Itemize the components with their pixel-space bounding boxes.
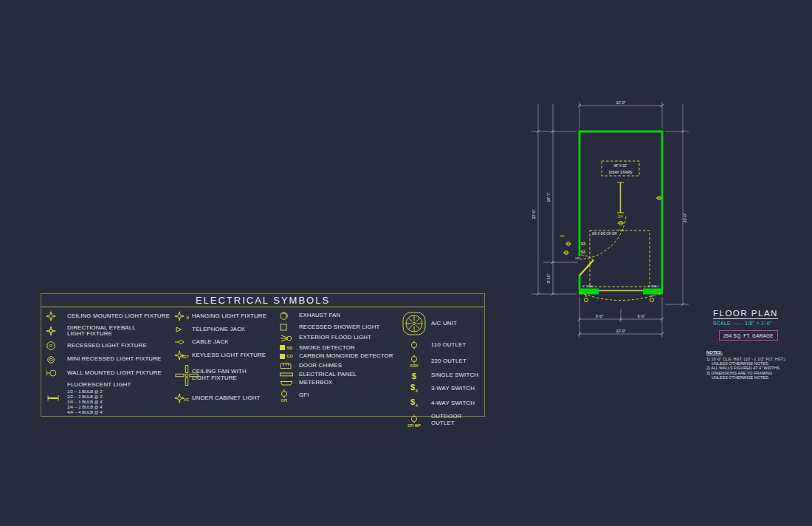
legend-item-label: UNDER CABINET LIGHT <box>192 395 260 402</box>
legend-item: 110 OUTLET <box>398 340 484 350</box>
legend-item: $33-WAY SWITCH <box>398 383 484 394</box>
electrical-panel-icon <box>275 372 298 378</box>
legend-item: ELECTRICAL PANEL <box>275 372 398 378</box>
note-line: UNLESS OTHERWISE NOTED. <box>706 375 812 380</box>
front-left-outlet-symbol <box>584 298 588 301</box>
floor-plan-scale: SCALE: ----- 1/8" = 1'-0" <box>713 321 772 326</box>
wall-label-left: 6" WALL <box>582 284 594 288</box>
legend-item: UCUNDER CABINET LIGHT <box>171 393 275 403</box>
cable-jack-icon <box>171 338 191 346</box>
legend-item-label: DIRECTIONAL EYEBALLLIGHT FIXTURE <box>67 325 136 338</box>
plan-symbols <box>564 196 661 301</box>
switch-symbol-1: $3 <box>581 242 585 246</box>
keyless-light-icon: KEY <box>171 350 191 361</box>
dimension-labels: 12'-0" 22'-0" 16'-7" 3'-10" 23'-0" 6'-0"… <box>531 100 687 333</box>
legend-col-1: CEILING MOUNTED LIGHT FIXTUREDIRECTIONAL… <box>41 311 171 431</box>
legend-item-label: METERBOX <box>299 380 332 386</box>
legend-item: TELEPHONE JACK <box>171 325 275 334</box>
legend-item: 220V220 OUTLET <box>398 354 484 368</box>
dim-top-label: 12'-0" <box>616 100 625 105</box>
outlet-220-icon: 220V <box>398 354 430 368</box>
legend-item-label: KEYLESS LIGHT FIXTURE <box>192 352 266 359</box>
recessed-light-icon: R <box>41 341 66 351</box>
outdoor-outlet-icon: GFI WP <box>398 414 430 428</box>
fluorescent-size-list: 1/2 -- 1 BULB @ 2'2/2 -- 2 BULB @ 2'1/4 … <box>67 389 131 415</box>
legend-item-label: CABLE JACK <box>192 339 229 346</box>
switch-4-icon: $4 <box>398 398 430 409</box>
electrical-symbols-legend: ELECTRICAL SYMBOLS CEILING MOUNTED LIGHT… <box>41 293 485 417</box>
legend-item-label: SMOKE DETECTOR <box>299 345 355 352</box>
legend-item: CABLE JACK <box>171 338 275 346</box>
legend-item: MINI RECESSED LIGHT FIXTURE <box>41 355 171 365</box>
overhead-door-label: 8/0 X 8/0 OH DR <box>592 232 618 236</box>
wall-light-icon <box>41 368 66 378</box>
legend-item-label: CEILING FAN WITHLIGHT FIXTURE <box>192 369 247 381</box>
legend-item-label: 4-WAY SWITCH <box>431 400 475 407</box>
mini-recessed-light-icon <box>41 355 66 365</box>
legend-col-4: A/C UNIT110 OUTLET220V220 OUTLET$SINGLE … <box>398 311 484 431</box>
legend-item: A/C UNIT <box>398 311 484 336</box>
legend-item: WALL MOUNTED LIGHT FIXTURE <box>41 368 171 378</box>
weatherproof-label: WP <box>560 234 565 238</box>
overhead-door-box <box>590 230 650 287</box>
legend-item: GFI WPOUTDOOR OUTLET <box>398 414 484 428</box>
legend-item-label: 3-WAY SWITCH <box>431 386 475 392</box>
legend-item: RRECESSED LIGHT FIXTURE <box>41 341 171 351</box>
front-right-outlet-symbol <box>650 298 653 301</box>
legend-item-label: ELECTRICAL PANEL <box>299 372 357 378</box>
legend-item-label: EXHAUST FAN <box>299 312 340 319</box>
under-cabinet-light-icon: UC <box>171 393 191 403</box>
dim-left-lower-label: 3'-10" <box>546 273 551 283</box>
telephone-jack-icon <box>171 325 191 334</box>
entry-door-size-label: 2/8 <box>575 256 580 260</box>
entry-door-leaf <box>579 260 593 276</box>
legend-item-label: MINI RECESSED LIGHT FIXTURE <box>67 356 161 363</box>
legend-item: CEILING FAN WITHLIGHT FIXTURE <box>171 364 275 386</box>
legend-col-3: EXHAUST FANRECESSED SHOWER LIGHTEXTERIOR… <box>275 311 398 431</box>
exhaust-fan-icon <box>275 311 298 321</box>
ceiling-outlet-label: CLG <box>618 228 625 232</box>
stairs-label: DISAP. STAIRS <box>609 171 632 174</box>
smoke-detector-icon: SD <box>275 344 298 351</box>
legend-item: CEILING MOUNTED LIGHT FIXTURE <box>41 311 171 321</box>
legend-item-label: OUTDOOR OUTLET <box>431 414 484 426</box>
legend-body: CEILING MOUNTED LIGHT FIXTUREDIRECTIONAL… <box>41 307 484 431</box>
garage-area-badge: 264 SQ. FT. GARAGE <box>719 330 778 341</box>
legend-item-label: RECESSED SHOWER LIGHT <box>299 324 379 331</box>
switch-3-icon: $3 <box>398 383 430 394</box>
gfi-icon: GFI <box>275 389 298 403</box>
dim-bottom-left-label: 6'-0" <box>596 314 603 318</box>
hanging-light-icon: H <box>171 311 191 321</box>
ac-unit-icon <box>398 311 430 336</box>
legend-item-label: A/C UNIT <box>431 321 457 327</box>
legend-col-2: HHANGING LIGHT FIXTURETELEPHONE JACKCABL… <box>171 311 275 431</box>
legend-item: COCARBON MONOXIDE DETECTOR <box>275 353 398 360</box>
ceiling-fan-icon <box>171 364 191 386</box>
notes-block: NOTES: 1) 10'-0" CLG. HGT. (10' - 1 1/2"… <box>706 350 812 380</box>
legend-item: SDSMOKE DETECTOR <box>275 344 398 351</box>
fluorescent-icon <box>41 394 66 403</box>
legend-item: FLUORESCENT LIGHT1/2 -- 1 BULB @ 2'2/2 -… <box>41 382 171 416</box>
cad-drawing-canvas[interactable]: ELECTRICAL SYMBOLS CEILING MOUNTED LIGHT… <box>0 0 812 526</box>
legend-item-label: CARBON MONOXIDE DETECTOR <box>299 353 393 360</box>
legend-item-label: EXTERIOR FLOOD LIGHT <box>299 335 371 341</box>
legend-item: DOOR CHIMES <box>275 362 398 369</box>
legend-item-label: WALL MOUNTED LIGHT FIXTURE <box>67 370 162 377</box>
stairs-size-label: 48" X 22" <box>613 164 627 168</box>
dim-bottom-total-label: 12'-0" <box>616 329 625 333</box>
dim-left-upper-label: 16'-7" <box>546 192 551 202</box>
legend-item: EXHAUST FAN <box>275 311 398 321</box>
switch-icon: $ <box>398 372 430 380</box>
legend-item: HHANGING LIGHT FIXTURE <box>171 311 275 321</box>
legend-item: METERBOX <box>275 380 398 386</box>
fluorescent-size-label: 2/4 <box>618 215 623 219</box>
floor-plan-title: FLOOR PLAN <box>713 309 778 319</box>
legend-title: ELECTRICAL SYMBOLS <box>41 294 484 307</box>
legend-item: KEYKEYLESS LIGHT FIXTURE <box>171 350 275 361</box>
legend-item: GFIGFI <box>275 389 398 403</box>
dim-bottom-right-label: 6'-0" <box>638 314 645 318</box>
door-chimes-icon <box>275 362 298 369</box>
legend-item-label: TELEPHONE JACK <box>192 327 245 333</box>
dim-right-label: 23'-0" <box>683 213 687 222</box>
plan-labels: 48" X 22" DISAP. STAIRS 8/0 X 8/0 OH DR … <box>560 164 660 288</box>
